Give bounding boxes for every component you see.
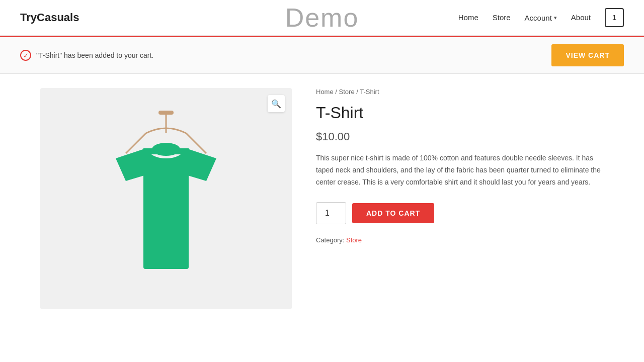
product-price: $10.00 [316, 130, 604, 143]
product-image [91, 108, 242, 289]
category-label: Category: [316, 236, 344, 244]
site-demo-title: Demo [285, 3, 359, 33]
check-circle-icon: ✓ [20, 50, 31, 61]
product-image-container: 🔍 [40, 88, 292, 309]
product-title: T-Shirt [316, 104, 604, 122]
main-content: 🔍 Home / Store [20, 78, 624, 329]
category-link[interactable]: Store [346, 236, 362, 244]
notice-message-area: ✓ "T-Shirt" has been added to your cart. [20, 50, 153, 61]
product-category: Category: Store [316, 236, 604, 244]
breadcrumb-current: T-Shirt [360, 88, 379, 96]
quantity-input[interactable] [316, 202, 346, 224]
header-right: Home Store Account ▾ About 1 [458, 8, 624, 27]
product-details: Home / Store / T-Shirt T-Shirt $10.00 Th… [316, 88, 604, 309]
main-nav: Home Store Account ▾ About [458, 13, 591, 22]
nav-about[interactable]: About [571, 13, 591, 22]
view-cart-button[interactable]: VIEW CART [551, 44, 624, 66]
add-to-cart-row: ADD TO CART [316, 202, 604, 224]
site-header: TryCasuals Demo Home Store Account ▾ Abo… [0, 0, 644, 36]
breadcrumb-sep1: / [335, 88, 339, 96]
site-logo[interactable]: TryCasuals [20, 11, 79, 24]
breadcrumb-store[interactable]: Store [339, 88, 355, 96]
cart-notice-bar: ✓ "T-Shirt" has been added to your cart.… [0, 36, 644, 74]
zoom-icon[interactable]: 🔍 [268, 95, 285, 112]
nav-account[interactable]: Account ▾ [525, 14, 557, 22]
svg-rect-9 [143, 148, 189, 154]
notice-text: "T-Shirt" has been added to your cart. [36, 51, 153, 59]
breadcrumb: Home / Store / T-Shirt [316, 88, 604, 96]
svg-rect-3 [158, 111, 174, 115]
nav-home[interactable]: Home [458, 13, 478, 22]
svg-rect-6 [143, 148, 189, 269]
breadcrumb-home[interactable]: Home [316, 88, 334, 96]
add-to-cart-button[interactable]: ADD TO CART [352, 203, 434, 223]
account-chevron-icon: ▾ [554, 15, 557, 21]
product-description: This super nice t-shirt is made of 100% … [316, 152, 604, 188]
nav-store[interactable]: Store [493, 13, 511, 22]
cart-button[interactable]: 1 [605, 8, 624, 27]
